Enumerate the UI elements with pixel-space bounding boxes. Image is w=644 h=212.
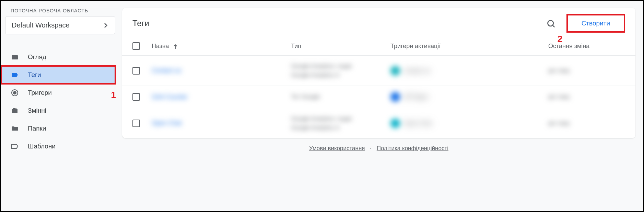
trigger-chip: Open Chat (390, 119, 548, 128)
tag-type: Google Analytics: подія (291, 114, 390, 123)
tags-panel: Теги Створити 2 Назва Тип Триг (122, 8, 635, 138)
svg-line-4 (552, 25, 554, 27)
create-button[interactable]: Створити 2 (566, 14, 625, 33)
sidebar-item-label: Огляд (28, 53, 46, 61)
chevron-right-icon (103, 23, 107, 27)
sidebar-item-label: Папки (28, 125, 46, 132)
sidebar-item-overview[interactable]: Огляд (1, 48, 115, 66)
table-row[interactable]: Open Chat Google Analytics: подія Google… (122, 108, 635, 138)
trigger-icon (11, 89, 19, 97)
sidebar-item-triggers[interactable]: Тригери (1, 84, 115, 102)
sidebar-item-label: Шаблони (28, 143, 56, 150)
tag-name: Contact us (152, 67, 181, 74)
dashboard-icon (11, 53, 19, 61)
trigger-type-icon (390, 66, 400, 76)
modified-time: рік тому (548, 120, 570, 126)
tag-type: Google Analytics: подія (291, 62, 390, 71)
row-checkbox[interactable] (132, 120, 140, 127)
trigger-type-icon (390, 92, 400, 102)
sidebar-item-label: Змінні (28, 107, 46, 114)
row-checkbox[interactable] (132, 67, 140, 75)
column-type[interactable]: Тип (291, 43, 390, 50)
modified-time: рік тому (548, 67, 570, 74)
column-triggers[interactable]: Тригери активації (390, 43, 548, 50)
tag-name: Open Chat (152, 120, 182, 127)
workspace-section-label: ПОТОЧНА РОБОЧА ОБЛАСТЬ (5, 8, 115, 13)
workspace-selector[interactable]: Default Workspace (5, 16, 115, 34)
table-row[interactable]: Contact us Google Analytics: подія Googl… (122, 56, 635, 86)
sidebar: ПОТОЧНА РОБОЧА ОБЛАСТЬ Default Workspace… (1, 1, 119, 211)
footer: Умови використання · Політика конфіденці… (122, 138, 635, 159)
trigger-chip: All Pages (390, 92, 548, 102)
privacy-link[interactable]: Політика конфіденційності (377, 145, 448, 152)
tag-subtype: Google Analytics 4 (291, 71, 390, 80)
template-icon (11, 142, 19, 150)
column-name[interactable]: Назва (140, 43, 291, 50)
sidebar-item-tags[interactable]: Теги 1 (1, 66, 115, 84)
modified-time: рік тому (548, 93, 570, 100)
variable-icon (11, 107, 19, 115)
folder-icon (11, 124, 19, 133)
sidebar-item-folders[interactable]: Папки (1, 120, 115, 137)
panel-title: Теги (132, 19, 547, 28)
table-row[interactable]: GA4 Counter Тег Google All Pages рік том… (122, 86, 635, 108)
row-checkbox[interactable] (132, 93, 140, 101)
panel-header: Теги Створити 2 (122, 8, 635, 37)
sidebar-item-label: Тригери (28, 89, 52, 97)
select-all-checkbox[interactable] (132, 42, 140, 50)
tag-name: GA4 Counter (152, 93, 188, 101)
tag-type: Тег Google (291, 92, 390, 101)
trigger-chip: contact us (390, 66, 548, 76)
sidebar-item-label: Теги (28, 71, 41, 79)
terms-link[interactable]: Умови використання (309, 145, 365, 152)
tag-subtype: Google Analytics 4 (291, 123, 390, 132)
svg-point-3 (548, 21, 553, 26)
search-icon[interactable] (547, 19, 555, 27)
workspace-name: Default Workspace (12, 21, 70, 29)
annotation-2: 2 (558, 34, 562, 44)
svg-point-2 (13, 91, 16, 94)
main-content: Теги Створити 2 Назва Тип Триг (119, 1, 643, 211)
svg-rect-0 (12, 55, 18, 59)
sort-ascending-icon (172, 44, 177, 48)
trigger-type-icon (390, 119, 400, 128)
tag-icon (11, 71, 19, 79)
sidebar-item-templates[interactable]: Шаблони (1, 137, 115, 155)
sidebar-item-variables[interactable]: Змінні (1, 102, 115, 120)
separator-dot: · (370, 145, 372, 152)
